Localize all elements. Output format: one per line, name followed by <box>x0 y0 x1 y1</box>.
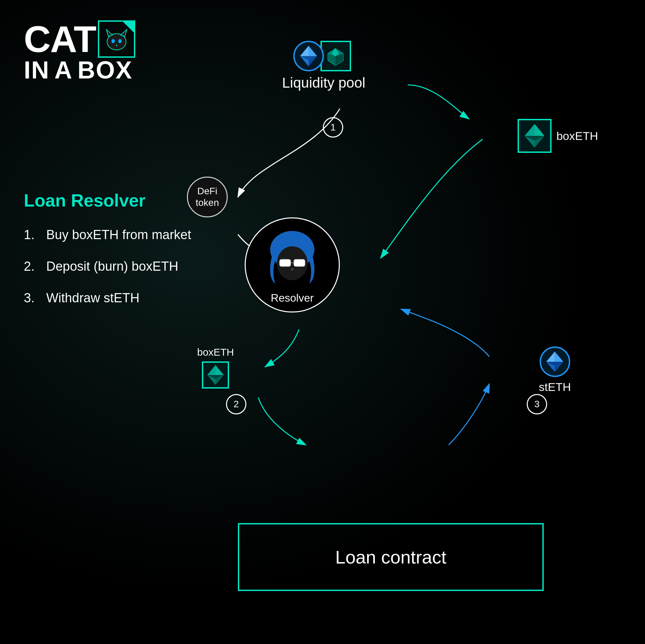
steth-eth-icon <box>545 352 564 372</box>
eth-icon-blue <box>300 46 317 66</box>
step-1-text: Buy boxETH from market <box>46 228 191 242</box>
boxeth-bottom-left: boxETH <box>197 346 234 389</box>
svg-marker-24 <box>525 124 535 136</box>
gem-icon-green <box>326 47 345 66</box>
logo-cat-label: CAT <box>24 20 96 58</box>
lp-icons-row <box>293 41 354 71</box>
boxeth-right-icon <box>518 119 552 153</box>
loan-contract-label: Loan contract <box>335 547 446 568</box>
step-2-text: Deposit (burn) boxETH <box>46 259 178 274</box>
cat-face-svg <box>103 25 130 53</box>
svg-marker-13 <box>300 46 309 56</box>
eth-icon-teal <box>524 124 545 148</box>
steth-label: stETH <box>539 380 571 394</box>
resolver-circle: Resolver <box>245 217 340 312</box>
svg-rect-27 <box>279 259 291 267</box>
loan-resolver-title: Loan Resolver <box>24 190 191 211</box>
svg-marker-39 <box>555 352 563 362</box>
liquidity-pool-label: Liquidity pool <box>282 75 365 91</box>
boxeth-right-label: boxETH <box>556 129 598 143</box>
svg-marker-34 <box>215 365 224 375</box>
svg-marker-2 <box>121 30 127 36</box>
step-3-text: Withdraw stETH <box>46 291 139 305</box>
diagram-number-3: 3 <box>527 394 547 414</box>
svg-point-30 <box>291 268 294 270</box>
loan-step-2: 2. Deposit (burn) boxETH <box>24 259 191 274</box>
loan-step-3: 3. Withdraw stETH <box>24 291 191 305</box>
step-1-num: 1. <box>24 228 41 242</box>
steth-icon <box>540 346 570 377</box>
loan-resolver-section: Loan Resolver 1. Buy boxETH from market … <box>24 190 191 322</box>
num-2-text: 2 <box>233 399 239 410</box>
num-3-text: 3 <box>534 399 540 410</box>
defi-token-circle: DeFitoken <box>187 177 228 217</box>
defi-token-label: DeFitoken <box>196 185 219 208</box>
logo-in-label: IN <box>24 58 50 82</box>
eth-icon-teal-sm <box>207 365 224 385</box>
diagram-number-2: 2 <box>226 394 246 414</box>
svg-marker-1 <box>106 30 112 36</box>
svg-point-4 <box>118 39 122 43</box>
diagram-number-1: 1 <box>323 117 343 138</box>
lp-gem-box <box>320 41 351 71</box>
loan-steps-list: 1. Buy boxETH from market 2. Deposit (bu… <box>24 228 191 305</box>
step-3-num: 3. <box>24 291 41 305</box>
step-2-num: 2. <box>24 259 41 274</box>
logo-inabox-text: IN A BOX <box>24 58 135 82</box>
loan-step-1: 1. Buy boxETH from market <box>24 228 191 242</box>
boxeth-right: boxETH <box>518 119 598 153</box>
svg-marker-35 <box>207 365 215 375</box>
logo-box-label: BOX <box>77 58 133 82</box>
logo-cat-text: CAT <box>24 20 135 58</box>
resolver-avatar-svg <box>258 226 326 290</box>
liquidity-pool: Liquidity pool <box>282 41 365 91</box>
diagram: Liquidity pool 1 boxETH DeFitoken <box>170 34 612 611</box>
svg-marker-23 <box>535 124 544 136</box>
logo: CAT IN A BOX <box>24 20 135 82</box>
svg-marker-40 <box>546 352 555 362</box>
logo-cat-icon <box>98 20 135 58</box>
svg-point-3 <box>111 39 115 43</box>
resolver-label-text: Resolver <box>271 292 314 304</box>
boxeth-bottom-label: boxETH <box>197 346 234 358</box>
svg-rect-28 <box>294 259 305 267</box>
loan-contract-box: Loan contract <box>238 523 544 591</box>
boxeth-bottom-icon <box>202 361 229 389</box>
svg-marker-12 <box>309 46 317 56</box>
num-1-text: 1 <box>330 122 336 133</box>
steth-bottom-right: stETH <box>539 346 571 394</box>
logo-a-label: A <box>54 58 73 82</box>
lp-eth-circle <box>293 41 324 71</box>
